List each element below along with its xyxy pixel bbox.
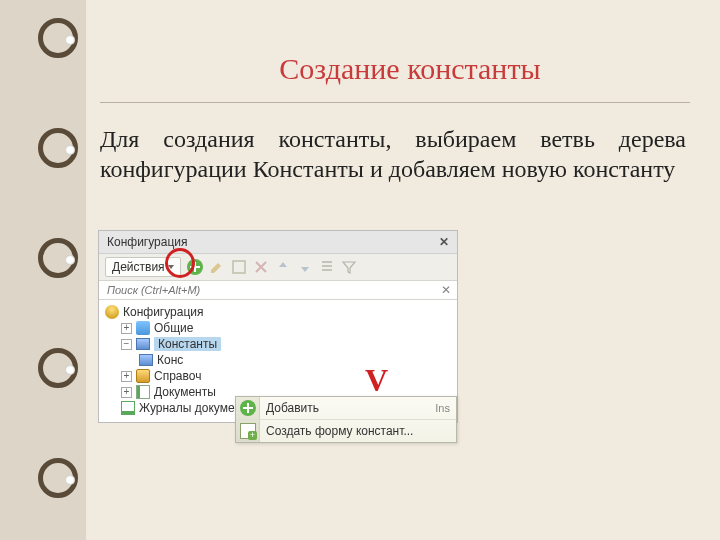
- tree-item-const-child[interactable]: Конс: [103, 352, 457, 368]
- catalog-icon: [136, 369, 150, 383]
- journal-icon: [121, 401, 135, 415]
- binding-ring: [38, 238, 78, 278]
- binding-ring: [38, 18, 78, 58]
- clear-search-icon[interactable]: ✕: [441, 283, 451, 297]
- tree-item-label: Конс: [157, 353, 183, 367]
- context-menu-create-form[interactable]: Создать форму констант...: [236, 419, 456, 442]
- expand-icon[interactable]: +: [121, 323, 132, 334]
- tree-item-label-selected: Константы: [154, 337, 221, 351]
- context-menu-add-label: Добавить: [266, 401, 319, 415]
- add-icon: [240, 400, 256, 416]
- list-icon[interactable]: [319, 259, 335, 275]
- expand-icon[interactable]: +: [121, 371, 132, 382]
- context-menu-create-form-label: Создать форму констант...: [266, 424, 413, 438]
- tree-item-label: Справоч: [154, 369, 201, 383]
- database-icon: [105, 305, 119, 319]
- toolbar: Действия: [99, 254, 457, 281]
- actions-dropdown[interactable]: Действия: [105, 257, 181, 277]
- tree-item-label: Документы: [154, 385, 216, 399]
- constant-item-icon: [139, 354, 153, 366]
- context-menu: Добавить Ins Создать форму констант...: [235, 396, 457, 443]
- config-tree: Конфигурация + Общие − Константы Конс + …: [99, 300, 457, 422]
- slide-title: Создание константы: [150, 52, 670, 86]
- add-icon[interactable]: [187, 259, 203, 275]
- props-icon[interactable]: [231, 259, 247, 275]
- close-icon[interactable]: ✕: [439, 235, 449, 249]
- spiral-binding: [0, 0, 86, 540]
- collapse-icon[interactable]: −: [121, 339, 132, 350]
- move-down-icon[interactable]: [297, 259, 313, 275]
- binding-ring: [38, 348, 78, 388]
- tree-root-label: Конфигурация: [123, 305, 204, 319]
- tree-root-row[interactable]: Конфигурация: [103, 304, 457, 320]
- binding-ring: [38, 128, 78, 168]
- search-input[interactable]: [105, 283, 441, 297]
- config-window: Конфигурация ✕ Действия ✕ Конфигурация +…: [98, 230, 458, 423]
- expand-icon[interactable]: +: [121, 387, 132, 398]
- context-menu-add-shortcut: Ins: [435, 402, 450, 414]
- binding-ring: [38, 458, 78, 498]
- edit-icon[interactable]: [209, 259, 225, 275]
- context-menu-add[interactable]: Добавить Ins: [236, 397, 456, 419]
- move-up-icon[interactable]: [275, 259, 291, 275]
- tree-item-constants[interactable]: − Константы: [103, 336, 457, 352]
- constants-icon: [136, 338, 150, 350]
- svg-rect-0: [233, 261, 245, 273]
- document-icon: [136, 385, 150, 399]
- horizontal-rule: [100, 102, 690, 103]
- delete-icon[interactable]: [253, 259, 269, 275]
- tree-item-catalogs[interactable]: + Справоч: [103, 368, 457, 384]
- slide-body: Для создания константы, выбираем ветвь д…: [100, 124, 686, 184]
- actions-label: Действия: [112, 260, 165, 274]
- chevron-down-icon: [168, 265, 174, 269]
- folder-icon: [136, 321, 150, 335]
- filter-icon[interactable]: [341, 259, 357, 275]
- window-titlebar: Конфигурация ✕: [99, 231, 457, 254]
- search-bar: ✕: [99, 281, 457, 300]
- window-title-text: Конфигурация: [107, 235, 188, 249]
- tree-item-label: Общие: [154, 321, 193, 335]
- form-icon: [240, 423, 256, 439]
- tree-item-common[interactable]: + Общие: [103, 320, 457, 336]
